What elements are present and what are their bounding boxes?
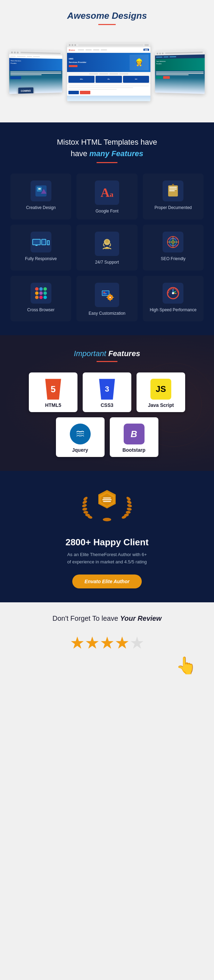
- creative-design-icon: ✏: [30, 180, 51, 201]
- feature-fully-responsive: Fully Responsive: [10, 225, 71, 270]
- envato-button[interactable]: Envato Elite Author: [72, 574, 141, 589]
- tech-css3: 3 CSS3: [83, 372, 131, 412]
- google-font-label: Google Font: [95, 208, 119, 214]
- svg-rect-6: [169, 188, 177, 189]
- coming-soon-badge: COMINGSOON: [18, 87, 33, 94]
- svg-point-25: [109, 297, 111, 298]
- feature-easy-customization: Easy Customization: [76, 276, 137, 322]
- fully-responsive-icon: [30, 232, 51, 253]
- seo-friendly-icon: [163, 232, 184, 253]
- happy-count: 2800+ Happy Client: [10, 537, 204, 548]
- svg-rect-22: [103, 294, 107, 294]
- svg-rect-21: [103, 292, 105, 293]
- svg-rect-12: [106, 247, 108, 248]
- hand-pointer-icon: 👆: [176, 656, 197, 675]
- tech-jquery: Jquery: [56, 417, 105, 457]
- high-speed-icon: [163, 283, 184, 304]
- star-1: ★: [70, 633, 85, 652]
- svg-rect-9: [172, 184, 174, 185]
- star-2: ★: [85, 633, 100, 652]
- feature-creative-design: ✏ Creative Design: [10, 173, 71, 220]
- star-3: ★: [100, 633, 115, 652]
- star-4: ★: [115, 633, 130, 652]
- cross-browser-label: Cross Browser: [27, 307, 54, 313]
- title-divider: [98, 24, 116, 25]
- happy-client-section: 2800+ Happy Client As an Elite ThemeFore…: [0, 471, 214, 602]
- svg-rect-5: [169, 187, 177, 188]
- svg-point-46: [126, 511, 131, 514]
- svg-point-38: [82, 508, 87, 511]
- mockup-right: Tech SolutionsProvider: [155, 50, 204, 94]
- feature-cross-browser: Cross Browser: [10, 276, 71, 322]
- creative-design-label: Creative Design: [26, 205, 55, 211]
- jquery-icon: [70, 423, 91, 444]
- svg-text:✏: ✏: [38, 187, 41, 191]
- css3-label: CSS3: [101, 402, 114, 408]
- svg-point-37: [82, 504, 87, 508]
- svg-point-39: [83, 511, 88, 514]
- mockup-left: Home ServicesProvider COMINGSOON: [10, 50, 63, 94]
- mockup-main: ★istox Contact HMSServices Provider 👷: [67, 43, 151, 101]
- svg-rect-13: [105, 248, 109, 249]
- html5-label: HTML5: [45, 402, 62, 408]
- tech-grid: 5 HTML5 3 CSS3 JS Java Script Jquery: [10, 372, 204, 457]
- svg-rect-7: [169, 190, 175, 191]
- support-icon: [95, 232, 119, 256]
- html5-icon: 5: [43, 379, 63, 399]
- high-speed-label: High Speed Performance: [150, 307, 197, 313]
- features-title: Mistox HTML Templates have have many Fea…: [10, 136, 204, 159]
- stars-row: ★ ★ ★ ★ ★: [7, 630, 207, 659]
- cross-browser-icon: [30, 283, 51, 304]
- hand-pointer-wrap: 👆: [7, 656, 207, 675]
- feature-seo-friendly: SEO Friendly: [143, 225, 204, 270]
- js-label: Java Script: [148, 402, 174, 408]
- feature-high-speed: High Speed Performance: [143, 276, 204, 322]
- tech-javascript: JS Java Script: [136, 372, 185, 412]
- awesome-designs-section: Awesome Designs Home ServicesProvider CO…: [0, 0, 214, 123]
- google-font-icon: A a: [95, 180, 119, 205]
- easy-customization-label: Easy Customization: [89, 310, 125, 317]
- happy-desc: As an Elite ThemeForest Author with 6+ o…: [10, 551, 204, 566]
- fully-responsive-label: Fully Responsive: [25, 256, 57, 262]
- preview-collage: Home ServicesProvider COMINGSOON ★istox: [5, 32, 209, 112]
- jquery-label: Jquery: [72, 447, 88, 453]
- support-label: 24/7 Support: [95, 259, 119, 265]
- feature-proper-documented: Proper Decumented: [143, 173, 204, 220]
- seo-friendly-label: SEO Friendly: [161, 256, 185, 262]
- js-icon: JS: [151, 379, 171, 399]
- svg-point-27: [172, 292, 174, 294]
- award-badge: [79, 485, 135, 530]
- bootstrap-icon: B: [124, 423, 144, 444]
- awesome-title: Awesome Designs: [5, 10, 209, 21]
- svg-point-55: [103, 518, 111, 521]
- feature-google-font: A a Google Font: [76, 173, 137, 220]
- features-divider: [97, 162, 117, 163]
- svg-point-11: [105, 240, 109, 243]
- review-title: Don't Forget To leave Your Review: [7, 614, 207, 622]
- css3-icon: 3: [97, 379, 117, 399]
- features-section: Mistox HTML Templates have have many Fea…: [0, 123, 214, 335]
- proper-documented-icon: [163, 180, 184, 201]
- tech-html5: 5 HTML5: [29, 372, 78, 412]
- tech-bootstrap: B Bootstarp: [110, 417, 159, 457]
- svg-rect-20: [103, 291, 109, 295]
- svg-point-45: [127, 508, 132, 511]
- bootstrap-label: Bootstarp: [122, 447, 145, 453]
- features-grid: ✏ Creative Design A a Google Font: [10, 173, 204, 321]
- proper-documented-label: Proper Decumented: [155, 205, 192, 211]
- easy-customization-icon: [95, 283, 119, 307]
- important-divider: [97, 361, 117, 362]
- svg-point-44: [127, 504, 132, 508]
- important-title: Important Features: [10, 349, 204, 358]
- star-5: ★: [130, 633, 144, 652]
- important-features-section: Important Features 5 HTML5 3 CSS3 JS Jav…: [0, 335, 214, 471]
- review-section: Don't Forget To leave Your Review ★ ★ ★ …: [0, 602, 214, 687]
- feature-247-support: 24/7 Support: [76, 225, 137, 270]
